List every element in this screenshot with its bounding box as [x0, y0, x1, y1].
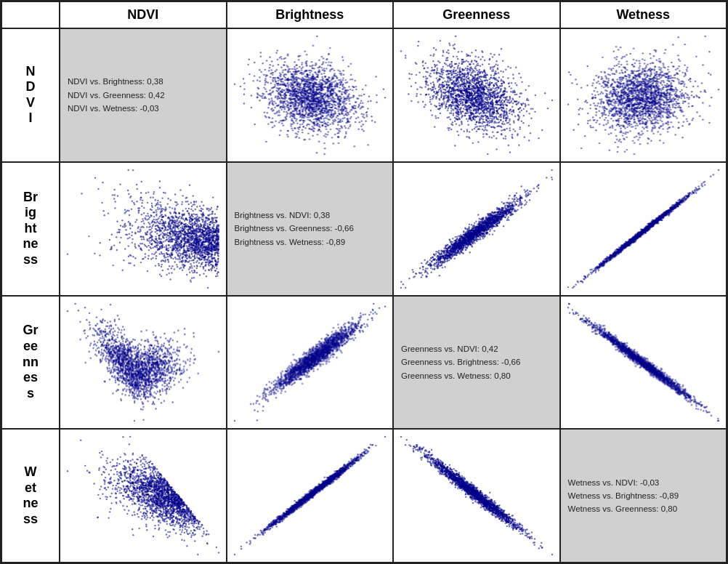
- cell-2-3: [560, 296, 727, 430]
- row-header-ndvi: NDVI: [1, 28, 60, 162]
- scatter-3-2: [394, 430, 559, 562]
- cell-0-2: [393, 28, 560, 162]
- scatter-2-3: [561, 297, 727, 429]
- cell-1-3: [560, 162, 727, 296]
- col-header-greenness: Greenness: [393, 1, 560, 28]
- col-header-wetness: Wetness: [560, 1, 727, 28]
- cell-3-1: [227, 429, 394, 563]
- corr-text-3-3: Wetness vs. NDVI: -0,03 Wetness vs. Brig…: [568, 476, 719, 516]
- scatter-0-2: [394, 29, 559, 161]
- cell-0-0: NDVI vs. Brightness: 0,38 NDVI vs. Green…: [60, 28, 227, 162]
- corr-text-2-2: Greenness vs. NDVI: 0,42 Greenness vs. B…: [401, 342, 552, 382]
- scatter-1-3: [561, 163, 727, 295]
- row-header-greenness: Greenness: [1, 296, 60, 430]
- cell-1-2: [393, 162, 560, 296]
- scatter-0-3: [561, 29, 727, 161]
- scatter-2-0: [60, 297, 226, 429]
- cell-3-3: Wetness vs. NDVI: -0,03 Wetness vs. Brig…: [560, 429, 727, 563]
- cell-1-1: Brightness vs. NDVI: 0,38 Brightness vs.…: [227, 162, 394, 296]
- cell-2-2: Greenness vs. NDVI: 0,42 Greenness vs. B…: [393, 296, 560, 430]
- cell-3-0: [60, 429, 227, 563]
- scatter-2-1: [227, 297, 393, 429]
- scatter-0-1: [227, 29, 393, 161]
- cell-2-1: [227, 296, 394, 430]
- scatter-1-2: [394, 163, 559, 295]
- corner-cell: [1, 1, 60, 28]
- row-header-wetness: Wetness: [1, 429, 60, 563]
- cell-0-3: [560, 28, 727, 162]
- cell-0-1: [227, 28, 394, 162]
- row-header-brightness: Brightness: [1, 162, 60, 296]
- cell-1-0: [60, 162, 227, 296]
- scatter-3-1: [227, 430, 393, 562]
- corr-text-0-0: NDVI vs. Brightness: 0,38 NDVI vs. Green…: [68, 75, 219, 115]
- col-header-brightness: Brightness: [227, 1, 394, 28]
- scatter-1-0: [60, 163, 226, 295]
- col-header-ndvi: NDVI: [60, 1, 227, 28]
- scatter-3-0: [60, 430, 226, 562]
- cell-2-0: [60, 296, 227, 430]
- cell-3-2: [393, 429, 560, 563]
- corr-text-1-1: Brightness vs. NDVI: 0,38 Brightness vs.…: [235, 209, 386, 249]
- scatter-matrix: NDVI Brightness Greenness Wetness NDVI N…: [0, 0, 728, 564]
